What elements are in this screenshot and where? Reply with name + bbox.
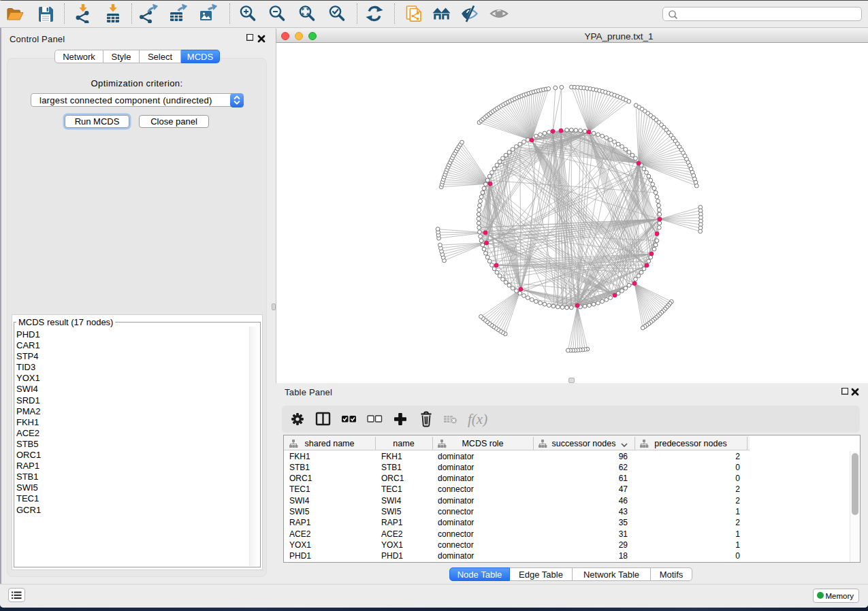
svg-text:f(x): f(x)	[468, 411, 487, 427]
